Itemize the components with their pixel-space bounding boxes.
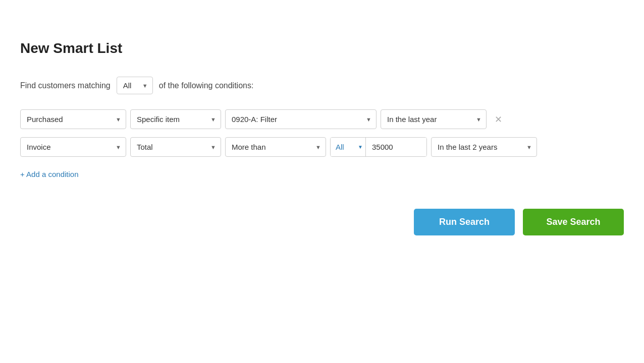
value-select-wrapper-1: 0920-A: Filter 0920-B: Filter Other item…	[225, 109, 377, 129]
field-select-wrapper-2: Invoice Purchased Product Customer ▼	[20, 137, 126, 157]
time-select-wrapper-1: In the last year In the last 2 years All…	[381, 109, 487, 129]
smart-list-container: New Smart List Find customers matching A…	[20, 40, 624, 235]
matching-suffix-label: of the following conditions:	[159, 81, 254, 90]
condition-row: Purchased Invoice Product Customer ▼ Spe…	[20, 109, 624, 129]
actions-row: Run Search Save Search	[20, 209, 624, 235]
operator-select-wrapper-2: Total Count Average ▼	[130, 137, 221, 157]
operator-select-wrapper-1: Specific item Any item Category ▼	[130, 109, 221, 129]
time-select-2[interactable]: In the last year In the last 2 years All…	[431, 137, 537, 157]
inline-value-group-2: All Any None ▼	[330, 137, 427, 157]
save-search-button[interactable]: Save Search	[523, 209, 624, 235]
comparison-select-wrapper-2: More than Less than Equal to Between ▼	[225, 137, 326, 157]
inline-filter-select-2[interactable]: All Any None	[331, 138, 366, 156]
time-select-1[interactable]: In the last year In the last 2 years All…	[381, 109, 487, 129]
condition-row-2: Invoice Purchased Product Customer ▼ Tot…	[20, 137, 624, 157]
matching-select-wrapper: All Any ▼	[117, 77, 153, 94]
matching-row: Find customers matching All Any ▼ of the…	[20, 77, 624, 94]
matching-prefix-label: Find customers matching	[20, 81, 111, 90]
comparison-select-2[interactable]: More than Less than Equal to Between	[225, 137, 326, 157]
remove-condition-button-1[interactable]: ✕	[491, 113, 506, 126]
run-search-button[interactable]: Run Search	[414, 209, 515, 235]
matching-select[interactable]: All Any	[117, 77, 153, 94]
field-select-wrapper-1: Purchased Invoice Product Customer ▼	[20, 109, 126, 129]
operator-select-2[interactable]: Total Count Average	[130, 137, 221, 157]
inline-filter-wrapper-2: All Any None ▼	[331, 138, 366, 156]
add-condition-link[interactable]: + Add a condition	[20, 170, 79, 178]
field-select-2[interactable]: Invoice Purchased Product Customer	[20, 137, 126, 157]
operator-select-1[interactable]: Specific item Any item Category	[130, 109, 221, 129]
value-select-1[interactable]: 0920-A: Filter 0920-B: Filter Other item	[225, 109, 377, 129]
conditions-area: Purchased Invoice Product Customer ▼ Spe…	[20, 109, 624, 157]
value-number-input-2[interactable]	[366, 138, 426, 156]
time-select-wrapper-2: In the last year In the last 2 years All…	[431, 137, 537, 157]
field-select-1[interactable]: Purchased Invoice Product Customer	[20, 109, 126, 129]
page-title: New Smart List	[20, 40, 624, 56]
